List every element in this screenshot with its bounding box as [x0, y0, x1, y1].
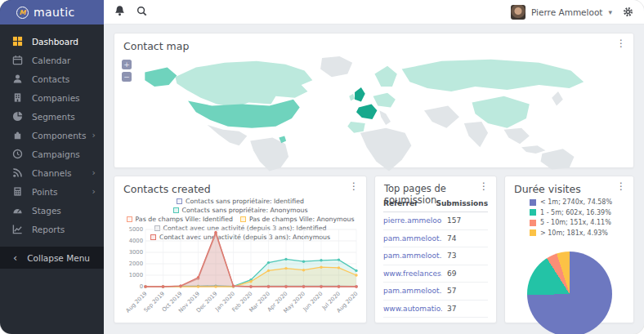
kebab-menu-icon[interactable]: ⋮ [616, 38, 626, 48]
submissions-count: 37 [447, 305, 456, 313]
calculator-icon [12, 186, 23, 197]
svg-text:4000: 4000 [129, 238, 143, 244]
line-chart-icon [12, 224, 23, 234]
search-icon[interactable] [136, 4, 147, 20]
legend-item[interactable]: 5 - 10m; 151x, 4.11% [530, 219, 612, 226]
sidebar-item-label: Dashboard [32, 37, 78, 47]
notifications-bell-icon[interactable] [114, 4, 125, 20]
puzzle-icon [12, 130, 23, 140]
svg-text:1000: 1000 [129, 272, 143, 278]
chevron-down-icon: ▾ [608, 8, 612, 16]
collapse-menu-button[interactable]: ‹ Collapse Menu [0, 247, 104, 269]
legend-item[interactable]: Pas de champs Ville: Identified [127, 216, 233, 223]
referrer-link[interactable]: pam.ammeloot... [383, 234, 442, 243]
sidebar-item-label: Campaigns [32, 149, 80, 159]
sidebar-item-dashboard[interactable]: Dashboard [0, 32, 104, 51]
submissions-table: Referrer Submissions pierre.ammeloo... 1… [383, 199, 488, 318]
sidebar-item-label: Channels [32, 168, 72, 178]
chevron-right-icon: › [92, 187, 96, 196]
svg-text:3000: 3000 [129, 249, 143, 256]
map-zoom-in-button[interactable]: + [122, 60, 132, 69]
legend-swatch [127, 216, 132, 222]
sidebar-item-channels[interactable]: Channels › [0, 163, 104, 182]
sidebar-item-contacts[interactable]: Contacts [0, 69, 104, 88]
map-zoom-out-button[interactable]: − [122, 72, 132, 82]
referrer-link[interactable]: www.freelances... [383, 269, 442, 278]
sidebar-item-reports[interactable]: Reports [0, 220, 104, 238]
submissions-count: 69 [447, 269, 456, 278]
legend-swatch [530, 209, 536, 216]
sidebar-item-stages[interactable]: Stages [0, 201, 104, 220]
referrer-link[interactable]: pierre.ammeloo... [383, 216, 442, 225]
table-header: Referrer Submissions [383, 199, 488, 212]
user-name: Pierre Ammeloot [531, 7, 602, 17]
clock-icon [12, 149, 23, 159]
sidebar-item-points[interactable]: Points › [0, 182, 104, 201]
submissions-count: 74 [447, 234, 456, 243]
submissions-count: 157 [447, 216, 461, 225]
legend-swatch [530, 220, 536, 226]
table-row: pam.ammeloot... 74 [383, 230, 488, 248]
legend-item[interactable]: < 1m; 2740x, 74.58% [530, 198, 612, 206]
referrer-link[interactable]: pam.ammeloot... [383, 252, 442, 260]
top-pages-panel: Top pages de soumission ⋮ Referrer Submi… [374, 176, 497, 323]
legend-item[interactable]: Contacts sans propriétaire: Identified [177, 198, 304, 205]
pie-legend: < 1m; 2740x, 74.58% 1 - 5m; 602x, 16.39%… [530, 198, 612, 237]
sidebar-item-components[interactable]: Components › [0, 126, 104, 145]
sidebar-item-label: Companies [32, 93, 80, 103]
visit-duration-panel: Durée visites ⋮ < 1m; 2740x, 74.58% 1 - … [504, 176, 634, 323]
submissions-count: 73 [447, 252, 456, 260]
sidebar-item-companies[interactable]: Companies [0, 88, 104, 107]
sidebar-item-label: Segments [32, 112, 75, 122]
referrer-link[interactable]: www.automatio... [383, 305, 442, 313]
sidebar-nav: Dashboard Calendar Contacts Companies [0, 24, 104, 269]
panel-title: Contact map [123, 40, 189, 52]
kebab-menu-icon[interactable]: ⋮ [349, 181, 359, 191]
collapse-menu-label: Collapse Menu [27, 253, 90, 263]
visit-duration-pie-chart [527, 252, 612, 334]
sidebar-item-segments[interactable]: Segments [0, 107, 104, 126]
mautic-logo-icon: M [16, 7, 29, 19]
column-header-referrer: Referrer [383, 199, 431, 207]
legend-item[interactable]: 1 - 5m; 602x, 16.39% [530, 209, 612, 216]
svg-text:5000: 5000 [129, 226, 143, 233]
settings-gear-icon[interactable] [623, 7, 633, 17]
dashboard-icon [12, 36, 23, 47]
referrer-link[interactable]: pam.ammeloot... [383, 287, 442, 295]
user-menu[interactable]: Pierre Ammeloot ▾ [511, 5, 644, 20]
sidebar-item-label: Contacts [32, 74, 69, 84]
mautic-dashboard: M mautic Dashboard Calendar Contacts [0, 0, 644, 334]
brand-name: mautic [34, 6, 75, 19]
legend-swatch [240, 216, 246, 222]
svg-text:2000: 2000 [129, 261, 143, 267]
world-map [123, 55, 625, 174]
chevron-right-icon: › [92, 131, 96, 140]
sidebar: M mautic Dashboard Calendar Contacts [0, 0, 104, 334]
legend-swatch [173, 207, 179, 213]
sidebar-item-calendar[interactable]: Calendar [0, 51, 104, 69]
user-avatar [511, 5, 525, 20]
panel-title: Contacts created [123, 183, 211, 195]
sidebar-item-campaigns[interactable]: Campaigns [0, 145, 104, 163]
table-row: pierre.ammeloo... 157 [383, 212, 488, 230]
contact-icon [12, 73, 23, 84]
kebab-menu-icon[interactable]: ⋮ [616, 181, 626, 191]
column-header-submissions: Submissions [436, 199, 488, 207]
legend-item[interactable]: Pas de champs Ville: Anonymous [240, 216, 355, 223]
legend-item[interactable]: Contacts sans propriétaire: Anonymous [173, 207, 308, 214]
table-row: pam.ammeloot... 57 [383, 283, 488, 301]
sidebar-item-label: Calendar [32, 56, 70, 65]
pie-chart-icon [12, 111, 23, 122]
sidebar-item-label: Stages [32, 206, 61, 216]
chevron-right-icon: › [92, 168, 96, 177]
table-row: www.automatio... 37 [383, 301, 488, 318]
legend-swatch [530, 229, 536, 236]
sidebar-item-label: Points [32, 187, 58, 197]
svg-text:0: 0 [140, 283, 143, 290]
legend-item[interactable]: > 10m; 181x, 4.93% [530, 229, 612, 237]
kebab-menu-icon[interactable]: ⋮ [479, 181, 489, 191]
mautic-logo[interactable]: M mautic [0, 0, 104, 24]
gauge-icon [12, 205, 23, 216]
topbar: Pierre Ammeloot ▾ [104, 0, 644, 24]
building-icon [12, 92, 23, 103]
